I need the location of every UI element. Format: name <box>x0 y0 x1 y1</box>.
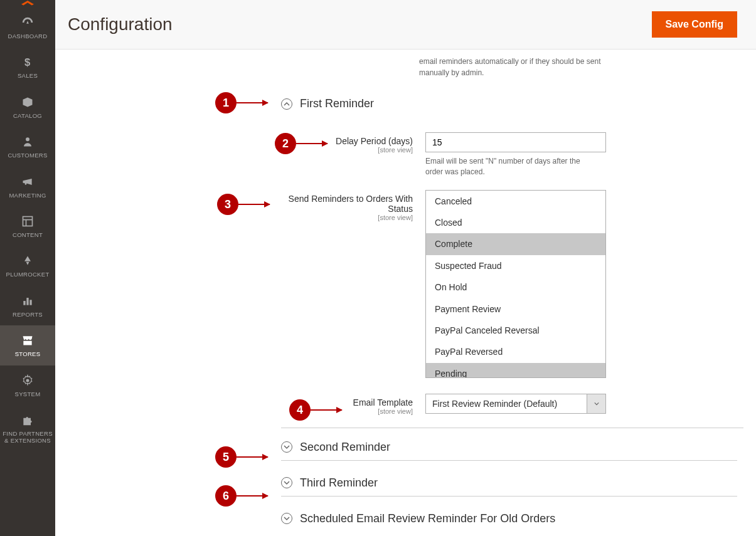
template-label: Email Template <box>353 397 413 407</box>
magento-logo <box>0 0 55 8</box>
template-value: First Review Reminder (Default) <box>426 394 587 413</box>
chevron-down-icon <box>284 515 290 522</box>
gear-icon <box>20 373 35 388</box>
status-option[interactable]: Closed <box>426 212 605 233</box>
admin-sidebar: DASHBOARD $ SALES CATALOG CUSTOMERS MARK… <box>0 0 55 536</box>
save-config-button[interactable]: Save Config <box>652 11 737 38</box>
field-order-status: Send Reminders to Orders With Status [st… <box>281 190 743 378</box>
delay-hint: Email will be sent "N" number of days af… <box>425 156 595 177</box>
sidebar-item-catalog[interactable]: CATALOG <box>0 87 55 127</box>
sidebar-item-stores[interactable]: STORES <box>0 325 55 365</box>
status-option[interactable]: PayPal Reversed <box>426 341 605 362</box>
delay-period-input[interactable] <box>425 132 606 152</box>
status-option[interactable]: Payment Review <box>426 298 605 320</box>
sidebar-item-customers[interactable]: CUSTOMERS <box>0 127 55 166</box>
section-title-second: Second Reminder <box>300 441 390 454</box>
config-form: email reminders automatically or if they… <box>55 50 756 536</box>
svg-text:$: $ <box>24 56 31 68</box>
page-title: Configuration <box>68 14 173 34</box>
annotation-2: 2 <box>275 133 327 154</box>
megaphone-icon <box>20 174 35 189</box>
section-title-third: Third Reminder <box>300 476 378 490</box>
svg-rect-7 <box>29 300 31 305</box>
status-option[interactable]: Pending <box>426 363 605 378</box>
sidebar-item-reports[interactable]: REPORTS <box>0 286 55 325</box>
puzzle-icon <box>20 413 35 428</box>
annotation-5: 5 <box>215 446 268 468</box>
status-scope: [store view] <box>281 214 413 221</box>
svg-rect-5 <box>23 301 25 305</box>
sidebar-item-dashboard[interactable]: DASHBOARD <box>0 8 55 47</box>
collapse-toggle-first[interactable] <box>281 98 292 110</box>
svg-rect-2 <box>23 216 33 226</box>
sidebar-item-content[interactable]: CONTENT <box>0 206 55 246</box>
svg-point-1 <box>26 137 29 141</box>
svg-rect-6 <box>26 298 28 305</box>
annotation-3: 3 <box>217 194 270 215</box>
status-option[interactable]: PayPal Canceled Reversal <box>426 320 605 341</box>
chevron-down-icon <box>284 444 290 450</box>
section-first-reminder: First Reminder <box>281 97 737 110</box>
svg-point-8 <box>26 379 29 382</box>
field-delay-period: Delay Period (days) [store view] Email w… <box>281 132 743 177</box>
annotation-4: 4 <box>289 399 342 421</box>
page-header: Configuration Save Config <box>55 0 756 50</box>
section-scheduled-reminder: Scheduled Email Review Reminder For Old … <box>281 512 737 525</box>
status-option[interactable]: Suspected Fraud <box>426 255 605 276</box>
plumrocket-icon <box>20 253 35 268</box>
chevron-up-icon <box>284 101 290 107</box>
section-title-first: First Reminder <box>300 97 374 110</box>
box-icon <box>20 95 35 110</box>
collapse-toggle-third[interactable] <box>281 477 292 488</box>
dashboard-icon <box>20 15 35 30</box>
status-option[interactable]: Canceled <box>426 191 605 212</box>
collapse-toggle-scheduled[interactable] <box>281 513 292 524</box>
dropdown-arrow-icon <box>587 394 605 413</box>
sidebar-item-partners[interactable]: FIND PARTNERS & EXTENSIONS <box>0 405 55 452</box>
sidebar-item-marketing[interactable]: MARKETING <box>0 167 55 206</box>
field-email-template: Email Template [store view] First Review… <box>281 394 743 415</box>
section-title-scheduled: Scheduled Email Review Reminder For Old … <box>300 512 555 525</box>
section-second-reminder: Second Reminder <box>281 441 737 461</box>
store-icon <box>20 333 35 348</box>
sidebar-item-system[interactable]: SYSTEM <box>0 365 55 405</box>
divider <box>281 428 743 428</box>
sidebar-item-plumrocket[interactable]: PLUMROCKET <box>0 246 55 285</box>
delay-label: Delay Period (days) <box>336 136 413 146</box>
section-third-reminder: Third Reminder <box>281 476 737 497</box>
layout-icon <box>20 214 35 229</box>
dollar-icon: $ <box>20 55 35 70</box>
chevron-down-icon <box>284 480 290 486</box>
sidebar-item-sales[interactable]: $ SALES <box>0 47 55 87</box>
order-status-multiselect[interactable]: CanceledClosedCompleteSuspected FraudOn … <box>425 190 606 378</box>
person-icon <box>20 134 35 149</box>
email-template-select[interactable]: First Review Reminder (Default) <box>425 394 606 414</box>
annotation-1: 1 <box>215 92 268 113</box>
status-option[interactable]: Complete <box>426 233 605 255</box>
collapse-toggle-second[interactable] <box>281 441 292 453</box>
chart-icon <box>20 293 35 308</box>
status-option[interactable]: On Hold <box>426 276 605 298</box>
main-content: Configuration Save Config email reminder… <box>55 0 756 536</box>
annotation-6: 6 <box>215 485 268 507</box>
top-hint-text: email reminders automatically or if they… <box>419 56 632 78</box>
status-label: Send Reminders to Orders With Status <box>289 194 413 214</box>
